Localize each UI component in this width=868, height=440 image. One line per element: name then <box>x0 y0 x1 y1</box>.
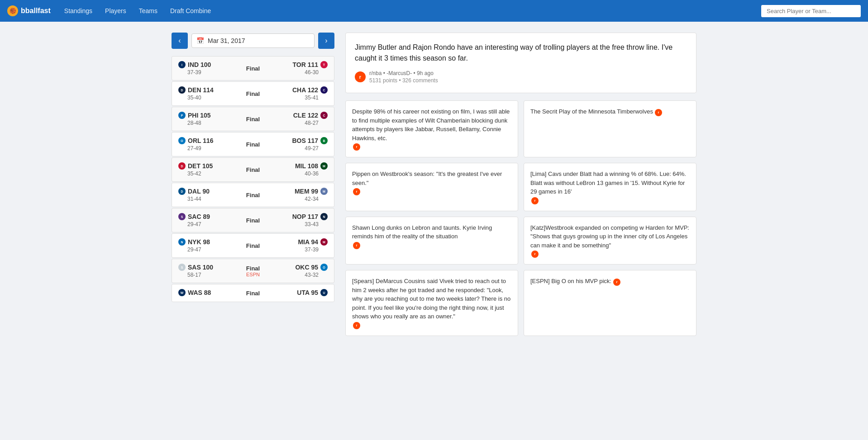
main-content: ‹ 📅 Mar 31, 2017 › I IND 100 37-39 Final… <box>162 22 706 347</box>
home-team-record: 46-30 <box>269 69 328 76</box>
game-status-sub: ESPN <box>237 272 269 277</box>
game-card[interactable]: S SAS 100 58-17 Final ESPN OKC 95 O 43-3… <box>172 259 334 283</box>
search-input[interactable] <box>761 5 861 17</box>
away-team: D DEN 114 35-40 <box>178 86 237 101</box>
news-card[interactable]: [Katz]Westbrook expanded on competing w … <box>524 217 696 265</box>
prev-date-button[interactable]: ‹ <box>172 33 188 49</box>
points-label: 5131 points <box>369 77 397 84</box>
nav-standings[interactable]: Standings <box>60 0 97 22</box>
home-team-name: MIL 108 <box>295 162 318 170</box>
game-card[interactable]: I IND 100 37-39 Final TOR 111 T 46-30 <box>172 56 334 80</box>
news-card[interactable]: [Spears] DeMarcus Cousins said Vivek tri… <box>345 270 518 336</box>
game-card[interactable]: D DEN 114 35-40 Final CHA 122 C 35-41 <box>172 81 334 106</box>
calendar-icon: 📅 <box>196 37 204 44</box>
home-team-row: CLE 122 C <box>269 112 328 119</box>
news-card[interactable]: Despite 98% of his career not existing o… <box>345 100 518 157</box>
away-team-name: ORL 116 <box>188 137 214 144</box>
away-team-logo: S <box>178 213 186 220</box>
home-team: CLE 122 C 48-27 <box>269 112 328 126</box>
away-team-name: IND 100 <box>188 61 211 68</box>
news-card[interactable]: Pippen on Westbrook's season: "It's the … <box>345 163 518 211</box>
home-team-row: TOR 111 T <box>269 61 328 68</box>
game-status: Final <box>237 217 269 224</box>
next-date-button[interactable]: › <box>318 33 334 49</box>
reddit-inline-icon: r <box>353 242 360 249</box>
game-card[interactable]: D DAL 90 31-44 Final MEM 99 M 42-34 <box>172 183 334 207</box>
news-card[interactable]: The Secrit Play of the Minnesota Timberw… <box>524 100 696 157</box>
home-team-record: 37-39 <box>269 246 328 253</box>
home-team-logo: M <box>320 188 328 195</box>
games-list: I IND 100 37-39 Final TOR 111 T 46-30 D … <box>172 56 334 302</box>
date-value: Mar 31, 2017 <box>208 37 245 44</box>
featured-post: Jimmy Butler and Rajon Rondo have an int… <box>345 33 696 93</box>
nav-players[interactable]: Players <box>100 0 131 22</box>
game-card[interactable]: W WAS 88 Final UTA 95 U <box>172 284 334 302</box>
away-team-name: DAL 90 <box>188 188 210 195</box>
brand[interactable]: 🏀 bballfast <box>7 5 51 16</box>
away-team-row: O ORL 116 <box>178 137 237 144</box>
home-team-name: MEM 99 <box>295 188 318 195</box>
home-team-record: 42-34 <box>269 196 328 202</box>
game-status-label: Final <box>237 290 269 297</box>
game-status-label: Final <box>237 90 269 97</box>
away-team-logo: W <box>178 289 186 296</box>
away-team-row: S SAC 89 <box>178 213 237 220</box>
nav-teams[interactable]: Teams <box>134 0 162 22</box>
game-status: Final <box>237 116 269 123</box>
brand-icon: 🏀 <box>7 5 18 16</box>
post-meta-subreddit: r/nba • -MarcusD- • 9h ago <box>369 70 438 76</box>
away-team-row: D DEN 114 <box>178 86 237 94</box>
home-team-record: 33-43 <box>269 221 328 227</box>
news-card[interactable]: Shawn Long dunks on Lebron and taunts. K… <box>345 217 518 265</box>
news-panel: Jimmy Butler and Rajon Rondo have an int… <box>334 33 696 336</box>
game-card[interactable]: N NYK 98 29-47 Final MIA 94 M 37-39 <box>172 233 334 258</box>
reddit-inline-icon: r <box>531 251 539 258</box>
reddit-inline-icon: r <box>655 109 662 116</box>
away-team-row: I IND 100 <box>178 61 237 68</box>
home-team-logo: M <box>320 162 328 170</box>
home-team: UTA 95 U <box>269 289 328 297</box>
home-team-row: OKC 95 O <box>269 264 328 271</box>
away-team-logo: N <box>178 238 186 246</box>
away-team-name: PHI 105 <box>188 112 211 119</box>
home-team: TOR 111 T 46-30 <box>269 61 328 76</box>
away-team-name: NYK 98 <box>188 238 210 246</box>
news-card-text: The Secrit Play of the Minnesota Timberw… <box>530 107 690 116</box>
away-team-row: N NYK 98 <box>178 238 237 246</box>
game-status-label: Final <box>237 217 269 224</box>
away-team-name: SAC 89 <box>188 213 210 220</box>
news-grid: Despite 98% of his career not existing o… <box>345 100 696 336</box>
away-team: S SAS 100 58-17 <box>178 264 237 278</box>
game-status-label: Final <box>237 192 269 199</box>
home-team-record: 48-27 <box>269 120 328 126</box>
away-team: P PHI 105 28-48 <box>178 112 237 126</box>
news-card[interactable]: [ESPN] Big O on his MVP pick: r <box>524 270 696 336</box>
game-status-label: Final <box>237 242 269 249</box>
home-team-row: NOP 117 N <box>269 213 328 220</box>
game-card[interactable]: P PHI 105 28-48 Final CLE 122 C 48-27 <box>172 107 334 131</box>
reddit-inline-icon: r <box>353 143 360 151</box>
away-team-record: 58-17 <box>178 272 237 278</box>
news-card-text: [Lima] Cavs under Blatt had a winning % … <box>530 170 690 204</box>
game-card[interactable]: D DET 105 35-42 Final MIL 108 M 40-36 <box>172 157 334 182</box>
home-team-logo: T <box>320 61 328 68</box>
news-card[interactable]: [Lima] Cavs under Blatt had a winning % … <box>524 163 696 211</box>
nav-draft-combine[interactable]: Draft Combine <box>166 0 215 22</box>
home-team-record: 35-41 <box>269 95 328 101</box>
away-team-record: 35-42 <box>178 170 237 177</box>
away-team-logo: D <box>178 86 186 94</box>
news-card-text: [Katz]Westbrook expanded on competing w … <box>530 223 690 258</box>
home-team: OKC 95 O 43-32 <box>269 264 328 278</box>
home-team-row: CHA 122 C <box>269 86 328 94</box>
date-nav: ‹ 📅 Mar 31, 2017 › <box>172 33 334 49</box>
navbar: 🏀 bballfast Standings Players Teams Draf… <box>0 0 868 22</box>
game-status: Final <box>237 192 269 199</box>
home-team-logo: C <box>320 112 328 119</box>
home-team-logo: N <box>320 213 328 220</box>
game-card[interactable]: O ORL 116 27-49 Final BOS 117 B 49-27 <box>172 132 334 156</box>
away-team-logo: P <box>178 112 186 119</box>
game-status: Final ESPN <box>237 265 269 277</box>
game-card[interactable]: S SAC 89 29-47 Final NOP 117 N 33-43 <box>172 208 334 232</box>
home-team-logo: O <box>320 264 328 271</box>
away-team-row: P PHI 105 <box>178 112 237 119</box>
